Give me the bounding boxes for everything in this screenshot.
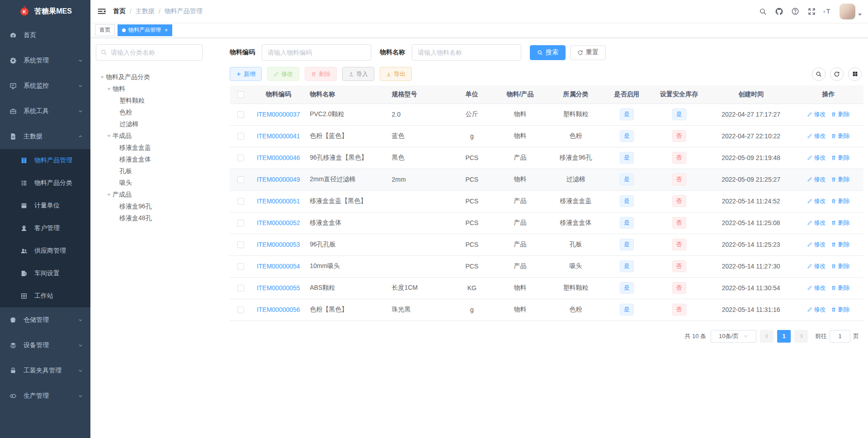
material-code-link[interactable]: ITEM00000049: [257, 176, 300, 183]
tab-material-product[interactable]: 物料产品管理×: [118, 24, 172, 36]
row-edit-link[interactable]: 修改: [807, 284, 826, 292]
sidebar-item-warehouse-mgmt[interactable]: 仓储管理: [0, 307, 90, 333]
row-delete-link[interactable]: 删除: [831, 197, 849, 205]
row-delete-link[interactable]: 删除: [831, 262, 849, 270]
material-code-link[interactable]: ITEM00000052: [257, 219, 300, 226]
row-checkbox[interactable]: [237, 155, 244, 161]
row-edit-link[interactable]: 修改: [807, 132, 826, 140]
tree-node[interactable]: 移液盒48孔: [96, 212, 222, 224]
row-checkbox[interactable]: [237, 220, 244, 226]
material-code-link[interactable]: ITEM00000041: [257, 132, 300, 140]
delete-button[interactable]: 删除: [305, 67, 337, 81]
code-input[interactable]: [262, 44, 371, 61]
sidebar-item-system-tools[interactable]: 系统工具: [0, 99, 90, 124]
row-checkbox[interactable]: [237, 285, 244, 292]
row-delete-link[interactable]: 删除: [831, 306, 849, 314]
tree-node[interactable]: 过滤棉: [96, 118, 222, 130]
breadcrumb-item[interactable]: 主数据: [136, 7, 155, 15]
tree-node[interactable]: 物料: [96, 83, 222, 95]
row-checkbox[interactable]: [237, 176, 244, 183]
goto-page-input[interactable]: [830, 330, 850, 343]
name-input[interactable]: [412, 44, 521, 61]
material-code-link[interactable]: ITEM00000055: [257, 284, 300, 292]
add-button[interactable]: 新增: [230, 67, 262, 81]
caret-down-icon[interactable]: [858, 14, 862, 16]
sidebar-item-material-product-category[interactable]: 物料产品分类: [0, 172, 90, 194]
row-edit-link[interactable]: 修改: [807, 219, 826, 227]
export-button[interactable]: 导出: [380, 67, 412, 81]
tab-home[interactable]: 首页: [95, 24, 115, 36]
tree-node[interactable]: 移液盒盒体: [96, 154, 222, 165]
sidebar-item-workshop-setting[interactable]: 车间设置: [0, 262, 90, 285]
tree-node[interactable]: 移液盒96孔: [96, 201, 222, 212]
fullscreen-icon[interactable]: [803, 0, 820, 23]
row-delete-link[interactable]: 删除: [831, 284, 849, 292]
next-page-button[interactable]: [794, 330, 808, 343]
sidebar-item-equipment-mgmt[interactable]: 设备管理: [0, 333, 90, 358]
row-edit-link[interactable]: 修改: [807, 197, 826, 205]
material-code-link[interactable]: ITEM00000046: [257, 154, 300, 161]
material-code-link[interactable]: ITEM00000037: [257, 111, 300, 118]
row-checkbox[interactable]: [237, 241, 244, 248]
font-size-icon[interactable]: тT: [820, 0, 836, 23]
sidebar-item-workstation[interactable]: 工作站: [0, 285, 90, 307]
row-delete-link[interactable]: 删除: [831, 154, 849, 162]
row-edit-link[interactable]: 修改: [807, 110, 826, 118]
search-button[interactable]: 搜索: [530, 45, 566, 60]
material-code-link[interactable]: ITEM00000053: [257, 241, 300, 248]
help-icon[interactable]: [787, 0, 803, 23]
user-avatar[interactable]: [840, 4, 855, 19]
sidebar-item-system-admin[interactable]: 系统管理: [0, 48, 90, 73]
edit-button[interactable]: 修改: [267, 67, 299, 81]
sidebar-item-measure-unit[interactable]: 计量单位: [0, 194, 90, 217]
tree-node[interactable]: 物料及产品分类: [96, 71, 222, 83]
tree-node[interactable]: 半成品: [96, 130, 222, 142]
search-icon[interactable]: [755, 0, 771, 23]
select-all-checkbox[interactable]: [237, 91, 244, 98]
row-edit-link[interactable]: 修改: [807, 240, 826, 249]
category-filter-input[interactable]: [96, 44, 203, 61]
row-checkbox[interactable]: [237, 263, 244, 270]
page-size-select[interactable]: 10条/页: [711, 330, 756, 343]
row-delete-link[interactable]: 删除: [831, 219, 849, 227]
reset-button[interactable]: 重置: [570, 45, 606, 60]
row-edit-link[interactable]: 修改: [807, 306, 826, 314]
sidebar-item-fixture-mgmt[interactable]: 工装夹具管理: [0, 358, 90, 383]
row-checkbox[interactable]: [237, 111, 244, 118]
refresh-icon[interactable]: [830, 67, 844, 81]
row-delete-link[interactable]: 删除: [831, 110, 849, 118]
tree-node[interactable]: 吸头: [96, 177, 222, 189]
sidebar-item-system-monitor[interactable]: 系统监控: [0, 73, 90, 99]
tree-node[interactable]: 色粉: [96, 107, 222, 118]
github-icon[interactable]: [771, 0, 787, 23]
row-checkbox[interactable]: [237, 198, 244, 205]
sidebar-item-customer-mgmt[interactable]: 客户管理: [0, 217, 90, 240]
page-number-1[interactable]: 1: [777, 330, 791, 343]
material-code-link[interactable]: ITEM00000054: [257, 263, 300, 270]
columns-icon[interactable]: [848, 67, 862, 81]
prev-page-button[interactable]: [760, 330, 774, 343]
material-code-link[interactable]: ITEM00000056: [257, 306, 300, 313]
row-delete-link[interactable]: 删除: [831, 240, 849, 249]
close-icon[interactable]: ×: [165, 28, 168, 33]
breadcrumb-item[interactable]: 首页: [113, 7, 126, 15]
row-delete-link[interactable]: 删除: [831, 132, 849, 140]
tree-node[interactable]: 孔板: [96, 165, 222, 177]
toggle-search-icon[interactable]: [812, 67, 826, 81]
tree-node[interactable]: 产成品: [96, 189, 222, 201]
material-code-link[interactable]: ITEM00000051: [257, 198, 300, 205]
row-edit-link[interactable]: 修改: [807, 154, 826, 162]
sidebar-item-supplier-mgmt[interactable]: 供应商管理: [0, 240, 90, 262]
sidebar-item-master-data[interactable]: 主数据: [0, 124, 90, 149]
tree-node[interactable]: 塑料颗粒: [96, 95, 222, 107]
row-edit-link[interactable]: 修改: [807, 175, 826, 184]
tree-node[interactable]: 移液盒盒盖: [96, 142, 222, 154]
sidebar-item-material-product-mgmt[interactable]: 物料产品管理: [0, 149, 90, 172]
sidebar-item-home[interactable]: 首页: [0, 23, 90, 48]
import-button[interactable]: 导入: [342, 67, 374, 81]
row-checkbox[interactable]: [237, 133, 244, 140]
sidebar-item-production-mgmt[interactable]: 生产管理: [0, 383, 90, 409]
row-edit-link[interactable]: 修改: [807, 262, 826, 270]
row-checkbox[interactable]: [237, 306, 244, 313]
hamburger-icon[interactable]: [90, 0, 113, 23]
